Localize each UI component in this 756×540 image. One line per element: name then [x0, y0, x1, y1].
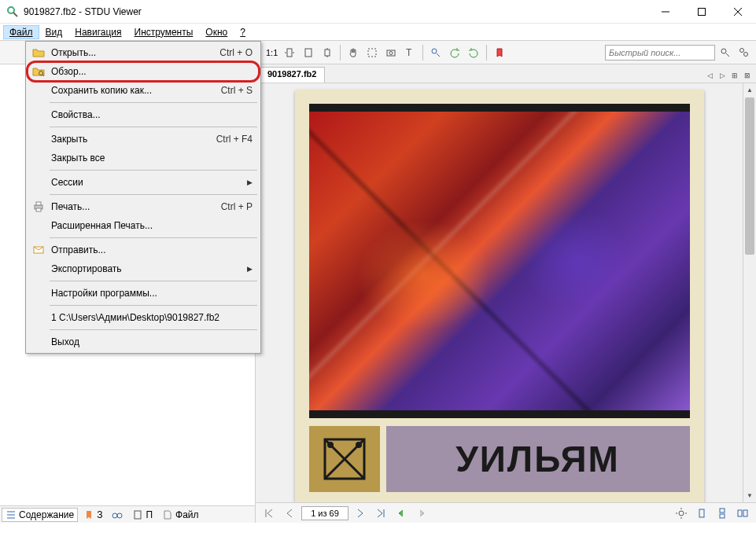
nav-back-icon[interactable] — [393, 505, 410, 522]
file-icon — [162, 509, 173, 520]
menu-advanced-print[interactable]: Расширенная Печать... — [28, 216, 259, 235]
menu-properties[interactable]: Свойства... — [28, 105, 259, 124]
rotate-left-icon[interactable] — [446, 44, 463, 61]
list-icon — [6, 509, 17, 520]
menu-settings[interactable]: Настройки программы... — [28, 284, 259, 303]
menu-help[interactable]: ? — [234, 25, 252, 39]
document-tab[interactable]: 9019827.fb2 — [259, 67, 325, 83]
layout-facing-icon[interactable] — [734, 505, 751, 522]
sidebar-tab-search[interactable] — [108, 508, 127, 522]
page-canvas: УИЛЬЯМ — [295, 90, 704, 502]
sidebar-tab-label: Файл — [175, 509, 199, 520]
menu-window[interactable]: Окно — [199, 25, 234, 39]
text-select-icon[interactable]: T — [401, 44, 419, 61]
envelope-icon — [32, 244, 45, 256]
sidebar-tab-label: З — [97, 509, 102, 520]
page-input[interactable] — [301, 506, 348, 520]
menu-close-doc[interactable]: ЗакрытьCtrl + F4 — [28, 130, 259, 149]
tab-grid-icon[interactable]: ⊞ — [729, 70, 740, 81]
prev-page-icon[interactable] — [281, 505, 298, 522]
fit-page-icon[interactable] — [300, 44, 317, 61]
menu-open[interactable]: Открыть...Ctrl + O — [28, 43, 259, 62]
zoom-ratio: 1:1 — [264, 48, 279, 57]
svg-point-13 — [432, 49, 437, 53]
svg-rect-21 — [135, 511, 141, 519]
scroll-up-icon[interactable]: ▲ — [743, 83, 756, 97]
menu-navigation[interactable]: Навигация — [68, 25, 127, 39]
find-icon[interactable] — [427, 44, 444, 61]
svg-rect-34 — [720, 514, 725, 518]
svg-point-19 — [112, 513, 117, 518]
search-all-icon[interactable] — [736, 44, 753, 61]
sidebar-tabs: Содержание З П Файл — [0, 505, 255, 523]
svg-rect-32 — [699, 509, 704, 517]
menu-export[interactable]: Экспортировать▶ — [28, 259, 259, 278]
scroll-down-icon[interactable]: ▼ — [743, 489, 756, 502]
select-tool-icon[interactable] — [363, 44, 381, 61]
minimize-button[interactable] — [647, 0, 684, 24]
menu-tools[interactable]: Инструменты — [128, 25, 200, 39]
hand-tool-icon[interactable] — [345, 44, 362, 61]
menu-exit[interactable]: Выход — [28, 332, 259, 351]
svg-point-15 — [721, 49, 726, 53]
svg-line-1 — [13, 13, 17, 17]
menubar: Файл Вид Навигация Инструменты Окно ? — [0, 24, 756, 41]
sidebar-tab-bookmarks[interactable]: З — [79, 508, 106, 522]
close-button[interactable] — [720, 0, 756, 24]
snapshot-icon[interactable] — [382, 44, 400, 61]
nav-fwd-icon[interactable] — [413, 505, 430, 522]
menu-print[interactable]: Печать...Ctrl + P — [28, 197, 259, 216]
search-input[interactable] — [605, 45, 715, 61]
printer-icon — [32, 200, 45, 213]
menu-sessions[interactable]: Сессии▶ — [28, 173, 259, 192]
sidebar-tab-content[interactable]: Содержание — [2, 508, 78, 522]
vertical-scrollbar[interactable]: ▲ ▼ — [743, 83, 756, 502]
menu-save-copy[interactable]: Сохранить копию как...Ctrl + S — [28, 81, 259, 100]
sidebar-tab-file[interactable]: Файл — [158, 508, 203, 522]
navigation-toolbar — [256, 502, 756, 523]
svg-point-20 — [117, 513, 122, 518]
brightness-icon[interactable] — [673, 505, 690, 522]
svg-point-17 — [740, 48, 744, 52]
titlebar: 9019827.fb2 - STDU Viewer — [0, 0, 756, 24]
fit-width-icon[interactable] — [281, 44, 298, 61]
bookmark-small-icon — [83, 509, 94, 520]
menu-recent-1[interactable]: 1 C:\Users\Админ\Desktop\9019827.fb2 — [28, 308, 259, 327]
menu-close-all[interactable]: Закрыть все — [28, 149, 259, 167]
menu-send[interactable]: Отправить... — [28, 241, 259, 259]
scroll-thumb[interactable] — [745, 97, 754, 255]
maximize-button[interactable] — [684, 0, 720, 24]
page-icon — [132, 509, 143, 520]
last-page-icon[interactable] — [372, 505, 389, 522]
search-next-icon[interactable] — [717, 44, 734, 61]
binoculars-icon — [112, 509, 123, 520]
viewer[interactable]: УИЛЬЯМ ▲ ▼ — [256, 83, 756, 502]
svg-rect-9 — [368, 49, 376, 57]
publisher-logo — [309, 426, 380, 492]
bookmark-icon[interactable] — [491, 44, 508, 61]
next-page-icon[interactable] — [352, 505, 369, 522]
svg-rect-41 — [36, 208, 41, 211]
tab-close-icon[interactable]: ⊠ — [742, 70, 753, 81]
svg-rect-3 — [699, 8, 706, 15]
menu-view[interactable]: Вид — [39, 25, 69, 39]
tab-prev-icon[interactable]: ◁ — [704, 70, 715, 81]
menu-browse[interactable]: Обзор... — [28, 62, 259, 81]
first-page-icon[interactable] — [260, 505, 278, 522]
svg-point-18 — [744, 52, 748, 56]
rotate-right-icon[interactable] — [465, 44, 482, 61]
sidebar-tab-label: П — [146, 509, 153, 520]
sidebar-tab-label: Содержание — [19, 509, 74, 520]
menu-file[interactable]: Файл — [3, 25, 39, 39]
tab-next-icon[interactable]: ▷ — [717, 70, 728, 81]
fit-height-icon[interactable] — [319, 44, 336, 61]
sidebar-tab-pages[interactable]: П — [128, 508, 157, 522]
layout-continuous-icon[interactable] — [714, 505, 731, 522]
svg-rect-7 — [305, 49, 312, 57]
svg-rect-8 — [325, 50, 330, 56]
layout-single-icon[interactable] — [693, 505, 710, 522]
svg-rect-35 — [738, 510, 742, 516]
svg-line-14 — [437, 53, 440, 57]
svg-rect-36 — [743, 510, 747, 516]
svg-line-16 — [726, 53, 729, 57]
